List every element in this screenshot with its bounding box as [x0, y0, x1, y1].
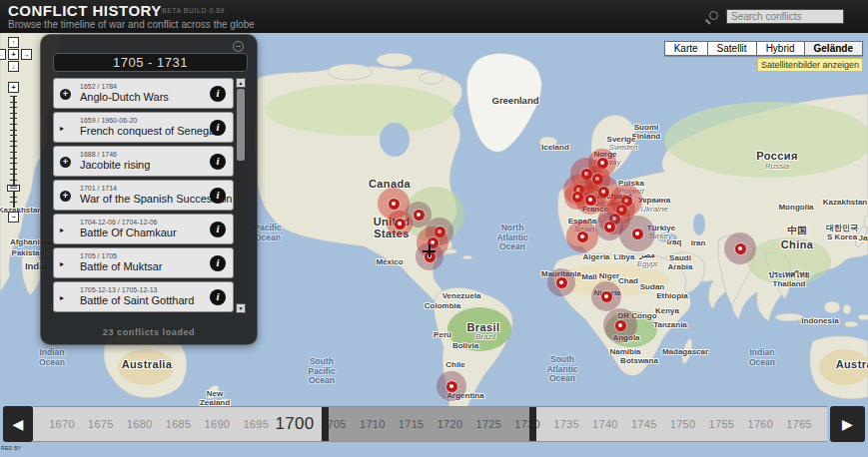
- map-type-button-hybrid[interactable]: Hybrid: [757, 41, 805, 56]
- info-icon[interactable]: i: [210, 255, 226, 271]
- pan-down-button[interactable]: ↓: [8, 61, 19, 72]
- map-type-button-satellit[interactable]: Satellit: [708, 41, 757, 56]
- pan-down-icon: ↓: [12, 63, 16, 70]
- zoom-tick: [10, 174, 17, 175]
- info-icon[interactable]: i: [210, 86, 226, 102]
- map-label: Mali: [581, 273, 597, 282]
- timeline-next-button[interactable]: ▶: [830, 406, 865, 442]
- zoom-tick: [10, 202, 17, 203]
- map-type-button-karte[interactable]: Karte: [664, 41, 708, 56]
- conflicts-loaded-status: 23 conflicts loaded: [41, 327, 257, 337]
- conflict-list-item[interactable]: ▸1704-12-06 / 1704-12-06Battle Of Chamka…: [53, 214, 234, 244]
- conflict-history-app: GreenlandIcelandCanadaUnited StatesMéxic…: [0, 0, 868, 457]
- marker-core: [735, 243, 746, 254]
- timeline-range-start-handle[interactable]: [322, 407, 329, 442]
- marker-core: [446, 381, 457, 392]
- map-label: Colombia: [425, 302, 460, 311]
- app-title: CONFLICT HISTORY: [8, 2, 162, 19]
- conflict-list-item[interactable]: +1688 / 1746Jacobite risingi: [53, 146, 234, 177]
- map-label: Bolivia: [452, 342, 478, 351]
- conflict-list: +1652 / 1784Anglo-Dutch Warsi▸1659 / 196…: [53, 78, 234, 315]
- pan-left-button[interactable]: ←: [0, 49, 6, 60]
- timeline-selected-range[interactable]: [322, 407, 536, 442]
- timeline-year: 1720: [437, 418, 463, 430]
- search-input[interactable]: [726, 9, 844, 24]
- map-label: 中国: [788, 226, 807, 236]
- scrollbar-thumb[interactable]: [237, 89, 245, 161]
- conflict-list-item[interactable]: ▸1705 / 1705Battle of Muktsari: [53, 247, 234, 278]
- scroll-up-icon: ▲: [239, 80, 244, 86]
- timeline-year: 1730: [514, 418, 540, 430]
- timeline-year: 1740: [592, 418, 618, 430]
- timeline-year: 1710: [360, 418, 386, 430]
- map-label: Pacific Ocean: [254, 224, 281, 242]
- conflict-list-item[interactable]: +1701 / 1714War of the Spanish Successio…: [53, 180, 234, 211]
- map-label: Russia: [765, 163, 789, 172]
- conflict-list-item[interactable]: +1652 / 1784Anglo-Dutch Warsi: [53, 78, 234, 109]
- map-label: North Atlantic Ocean: [496, 224, 527, 252]
- map-label: Suomi Finland: [632, 124, 660, 142]
- info-icon[interactable]: i: [210, 154, 226, 170]
- timeline-year: 1690: [205, 418, 231, 430]
- timeline-track[interactable]: 1670167516801685169016951700170517101715…: [33, 406, 827, 442]
- info-icon[interactable]: i: [210, 289, 226, 305]
- info-icon[interactable]: i: [210, 188, 226, 204]
- expand-plus-icon[interactable]: +: [60, 89, 71, 100]
- expand-plus-icon[interactable]: +: [60, 191, 71, 202]
- timeline: ◀ 16701675168016851690169517001705171017…: [3, 406, 865, 442]
- marker-core: [601, 291, 612, 302]
- pan-up-icon: ↑: [12, 39, 16, 46]
- expand-arrow-icon[interactable]: ▸: [60, 292, 64, 303]
- marker-core: [632, 228, 643, 239]
- timeline-prev-button[interactable]: ◀: [3, 406, 33, 442]
- map-label: Botswana: [620, 357, 658, 366]
- conflict-dates: 1652 / 1784: [80, 83, 117, 90]
- scroll-up-button[interactable]: ▲: [236, 78, 246, 88]
- conflict-name: Battle of Muktsar: [80, 260, 163, 272]
- beta-badge: BETA BUILD 0.89: [162, 7, 225, 14]
- list-scrollbar[interactable]: ▲ ▼: [236, 78, 246, 313]
- expand-arrow-icon[interactable]: ▸: [60, 123, 64, 134]
- scroll-down-button[interactable]: ▼: [236, 303, 246, 313]
- map-label: Australia: [836, 358, 868, 370]
- expand-arrow-icon[interactable]: ▸: [60, 258, 64, 269]
- zoom-tick: [10, 102, 17, 103]
- zoom-tick: [10, 135, 17, 136]
- timeline-year: 1670: [49, 418, 75, 430]
- info-icon[interactable]: i: [210, 222, 226, 237]
- pan-center-button[interactable]: +: [8, 49, 19, 60]
- zoom-tick: [10, 146, 17, 147]
- map-label: China: [781, 238, 814, 250]
- panel-minimize-button[interactable]: –: [233, 41, 244, 52]
- zoom-in-icon: +: [11, 84, 15, 91]
- conflict-name: Battle of Saint Gotthard: [80, 294, 194, 306]
- timeline-year: 1755: [709, 418, 735, 430]
- pan-up-button[interactable]: ↑: [8, 37, 19, 48]
- map-label: Indian Ocean: [39, 348, 65, 367]
- map-label: México: [376, 258, 403, 267]
- conflict-dates: 1705-12-13 / 1705-12-13: [80, 286, 157, 293]
- zoom-tick: [10, 169, 17, 170]
- conflict-list-item[interactable]: ▸1659 / 1960-06-20French conquest of Sen…: [53, 112, 234, 143]
- timeline-year: 1675: [88, 418, 114, 430]
- map-label: Россия: [756, 150, 797, 162]
- zoom-in-button[interactable]: +: [8, 82, 19, 93]
- map-label: Japan: [858, 234, 868, 243]
- map-label: Australia: [122, 358, 173, 370]
- zoom-tick: [10, 158, 17, 159]
- info-icon[interactable]: i: [210, 120, 226, 136]
- map-label: Mongolia: [778, 204, 813, 213]
- conflict-list-item[interactable]: ▸1705-12-13 / 1705-12-13Battle of Saint …: [53, 281, 234, 312]
- zoom-slider[interactable]: [7, 96, 20, 208]
- expand-arrow-icon[interactable]: ▸: [60, 225, 64, 235]
- pan-right-button[interactable]: →: [21, 49, 32, 60]
- zoom-tick: [10, 130, 17, 131]
- app-subtitle: Browse the timeline of war and conflict …: [8, 19, 255, 30]
- map-type-button-gelände[interactable]: Gelände: [805, 41, 863, 56]
- expand-plus-icon[interactable]: +: [60, 157, 71, 168]
- zoom-slider-handle[interactable]: [7, 185, 20, 192]
- timeline-range-end-handle[interactable]: [529, 407, 536, 442]
- zoom-out-button[interactable]: −: [8, 212, 19, 223]
- marker-core: [556, 277, 567, 288]
- conflict-name: Jacobite rising: [80, 159, 150, 171]
